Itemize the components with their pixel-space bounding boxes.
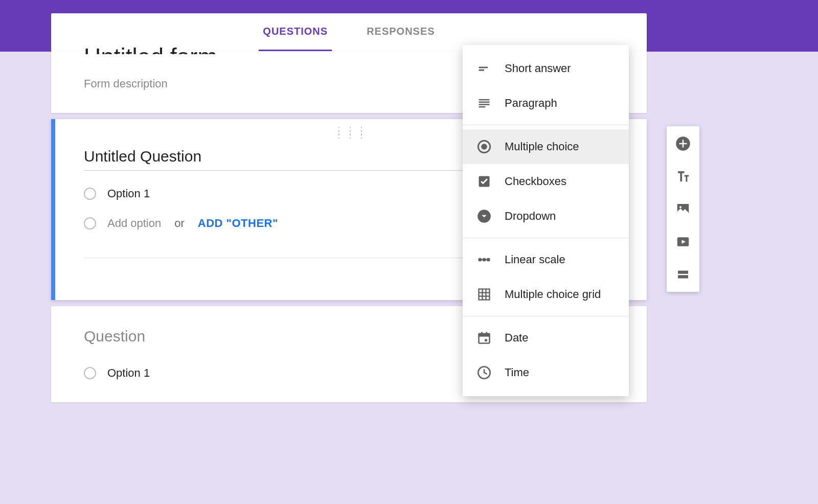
- menu-item-checkboxes[interactable]: Checkboxes: [463, 164, 629, 199]
- svg-rect-20: [479, 334, 490, 337]
- svg-rect-3: [479, 102, 490, 103]
- svg-rect-22: [486, 332, 488, 335]
- menu-label: Checkboxes: [505, 175, 566, 188]
- svg-point-7: [481, 144, 487, 150]
- dropdown-icon: [477, 209, 491, 223]
- menu-label: Short answer: [505, 62, 571, 75]
- menu-item-multiple-choice[interactable]: Multiple choice: [463, 129, 629, 164]
- menu-label: Multiple choice: [505, 140, 579, 153]
- svg-rect-0: [479, 67, 488, 68]
- menu-label: Dropdown: [505, 210, 556, 223]
- menu-label: Paragraph: [505, 97, 557, 110]
- add-option-placeholder[interactable]: Add option: [107, 217, 161, 230]
- menu-item-date[interactable]: Date: [463, 320, 629, 355]
- svg-rect-27: [679, 143, 687, 145]
- menu-label: Multiple choice grid: [505, 288, 601, 301]
- menu-divider: [463, 316, 629, 316]
- radio-icon: [84, 188, 96, 200]
- menu-item-linear-scale[interactable]: Linear scale: [463, 242, 629, 277]
- svg-rect-32: [678, 275, 688, 278]
- menu-item-mc-grid[interactable]: Multiple choice grid: [463, 277, 629, 312]
- menu-item-short-answer[interactable]: Short answer: [463, 51, 629, 86]
- linear-scale-icon: [477, 253, 491, 267]
- svg-rect-31: [678, 271, 688, 274]
- menu-label: Linear scale: [505, 253, 565, 266]
- radio-icon: [84, 217, 96, 230]
- grid-icon: [477, 287, 491, 302]
- calendar-icon: [477, 331, 491, 345]
- add-image-button[interactable]: [675, 201, 691, 217]
- menu-divider: [463, 125, 629, 125]
- menu-label: Date: [505, 331, 528, 345]
- add-video-button[interactable]: [675, 234, 691, 250]
- svg-rect-4: [479, 104, 490, 105]
- svg-rect-2: [479, 99, 490, 101]
- option-label[interactable]: Option 1: [107, 187, 150, 200]
- svg-rect-1: [479, 70, 485, 71]
- svg-rect-13: [480, 259, 488, 260]
- menu-item-paragraph[interactable]: Paragraph: [463, 86, 629, 121]
- svg-rect-23: [485, 339, 487, 341]
- side-toolbar: [667, 126, 699, 292]
- clock-icon: [477, 365, 491, 380]
- svg-point-29: [679, 206, 681, 208]
- or-text: or: [174, 217, 185, 230]
- checkbox-icon: [477, 174, 491, 189]
- menu-divider: [463, 238, 629, 238]
- menu-item-time[interactable]: Time: [463, 355, 629, 390]
- add-question-button[interactable]: [675, 135, 691, 152]
- paragraph-icon: [477, 96, 491, 110]
- option-label: Option 1: [107, 366, 150, 380]
- add-title-button[interactable]: [675, 168, 691, 185]
- menu-label: Time: [505, 366, 529, 379]
- question-type-menu: Short answer Paragraph Multiple choice C…: [463, 45, 629, 396]
- add-other-button[interactable]: ADD "OTHER": [198, 217, 278, 230]
- short-answer-icon: [477, 61, 491, 76]
- add-section-button[interactable]: [675, 266, 691, 283]
- svg-rect-21: [481, 332, 483, 335]
- radio-icon: [84, 367, 96, 379]
- svg-rect-5: [479, 106, 486, 108]
- radio-checked-icon: [477, 140, 491, 154]
- svg-rect-14: [479, 289, 490, 300]
- menu-item-dropdown[interactable]: Dropdown: [463, 199, 629, 234]
